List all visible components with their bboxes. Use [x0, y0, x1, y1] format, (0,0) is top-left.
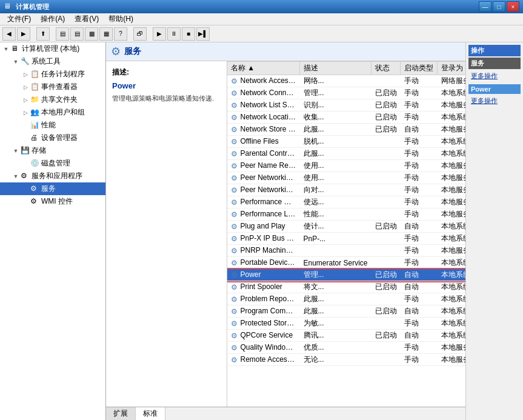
tree-shared-folders[interactable]: ▷ 📁 共享文件夹 — [0, 93, 105, 106]
col-starttype[interactable]: 启动类型 — [401, 62, 438, 75]
cell-name: ⚙Network Locatio... — [227, 112, 300, 124]
tree-system-tools[interactable]: ▼ 🔧 系统工具 — [0, 55, 105, 68]
table-row[interactable]: ⚙Network Access ...网络...手动网络服务 — [227, 75, 465, 87]
expander-svc — [21, 184, 30, 194]
forward-button[interactable]: ▶ — [17, 27, 30, 41]
maximize-button[interactable]: □ — [493, 1, 505, 12]
cell-name: ⚙Power — [227, 269, 300, 281]
expander-wmi — [21, 197, 30, 207]
service-list[interactable]: 名称 ▲ 描述 状态 启动类型 登录为 ⚙Network Access ...网… — [227, 61, 465, 407]
help-button[interactable]: ? — [114, 27, 127, 41]
table-row[interactable]: ⚙Problem Report...此服...手动本地系统 — [227, 293, 465, 305]
cell-status: 已启动 — [371, 124, 401, 136]
tree-event-label: 事件查看器 — [41, 82, 78, 92]
minimize-button[interactable]: — — [479, 1, 491, 12]
tree-task-scheduler[interactable]: ▷ 📋 任务计划程序 — [0, 68, 105, 81]
tree-perf-label: 性能 — [41, 120, 56, 130]
cell-status — [371, 184, 401, 196]
cell-logon: 网络服务 — [438, 75, 465, 87]
cell-desc: 为敏... — [300, 318, 371, 330]
table-row[interactable]: ⚙Protected Storage为敏...手动本地系统 — [227, 318, 465, 330]
table-row[interactable]: ⚙Network Store I...此服...已启动自动本地服务 — [227, 124, 465, 136]
table-row[interactable]: ⚙Offline Files脱机...手动本地系统 — [227, 136, 465, 148]
cell-starttype: 手动 — [401, 172, 438, 184]
expander-users: ▷ — [21, 108, 30, 118]
close-button[interactable]: × — [507, 1, 519, 12]
cell-starttype: 自动 — [401, 221, 438, 233]
table-row[interactable]: ⚙QPCore Service腾讯...已启动自动本地系统 — [227, 330, 465, 342]
col-name[interactable]: 名称 ▲ — [227, 62, 300, 75]
table-row[interactable]: ⚙Network Locatio...收集...已启动手动本地系统 — [227, 112, 465, 124]
tree-wmi[interactable]: ⚙ WMI 控件 — [0, 195, 105, 208]
restart-button[interactable]: ▶▌ — [196, 27, 210, 41]
cell-status — [371, 75, 401, 87]
menu-file[interactable]: 文件(F) — [2, 13, 36, 25]
title-bar: 🖥 计算机管理 — □ × — [0, 0, 523, 13]
event-icon: 📋 — [30, 82, 40, 92]
table-row[interactable]: ⚙Parental Controls此服...手动本地系统 — [227, 148, 465, 160]
tab-standard[interactable]: 标准 — [136, 407, 165, 420]
menu-help[interactable]: 帮助(H) — [104, 13, 138, 25]
cell-starttype: 手动 — [401, 233, 438, 245]
svcapp-icon: ⚙ — [21, 172, 30, 181]
btn2[interactable]: ▤ — [70, 27, 84, 41]
table-row[interactable]: ⚙Peer Name Res...使用...手动本地服务 — [227, 160, 465, 172]
tree-event-viewer[interactable]: ▷ 📋 事件查看器 — [0, 81, 105, 93]
table-row[interactable]: ⚙Network List Ser...识别...已启动手动本地服务 — [227, 99, 465, 112]
stop-button[interactable]: ■ — [182, 27, 195, 41]
cell-name: ⚙Performance Lo... — [227, 208, 300, 221]
tree-disk-label: 磁盘管理 — [41, 158, 70, 168]
table-row[interactable]: ⚙Print Spooler将文...已启动自动本地系统 — [227, 281, 465, 293]
middle-panel: ⚙ 服务 描述: Power 管理电源策略和电源策略通知传递. 名称 ▲ — [106, 42, 465, 420]
table-row[interactable]: ⚙Remote Access ...无论...手动本地服务 — [227, 354, 465, 366]
cell-status: 已启动 — [371, 99, 401, 112]
table-row[interactable]: ⚙Performance Co...使远...手动本地服务 — [227, 196, 465, 208]
pause-button[interactable]: ⏸ — [167, 27, 181, 41]
tree-device-manager[interactable]: 🖨 设备管理器 — [0, 132, 105, 144]
tree-storage[interactable]: ▼ 💾 存储 — [0, 144, 105, 157]
cell-logon: 本地服务 — [438, 208, 465, 221]
new-window-button[interactable]: 🗗 — [133, 27, 147, 41]
col-desc[interactable]: 描述 — [300, 62, 371, 75]
table-row[interactable]: ⚙Power管理...已启动自动本地系统 — [227, 269, 465, 281]
perf-icon: 📊 — [30, 121, 40, 130]
table-row[interactable]: ⚙Plug and Play使计...已启动自动本地系统 — [227, 221, 465, 233]
menu-view[interactable]: 查看(V) — [70, 13, 104, 25]
table-row[interactable]: ⚙Portable Device En...Enumerator Service… — [227, 257, 465, 269]
show-hide-button[interactable]: ▤ — [56, 27, 69, 41]
col-status[interactable]: 状态 — [371, 62, 401, 75]
expander-perf — [21, 121, 30, 130]
tree-svc-app[interactable]: ▼ ⚙ 服务和应用程序 — [0, 170, 105, 182]
table-row[interactable]: ⚙Peer Networkin...向对...手动本地服务 — [227, 184, 465, 196]
up-button[interactable]: ⬆ — [36, 27, 50, 41]
action-more-power[interactable]: 更多操作 — [468, 95, 521, 107]
tree-wmi-label: WMI 控件 — [41, 196, 73, 207]
cell-logon: 本地服务 — [438, 99, 465, 112]
cell-logon: 本地系统 — [438, 269, 465, 281]
back-button[interactable]: ◀ — [2, 27, 16, 41]
btn3[interactable]: ▩ — [85, 27, 98, 41]
expander-event: ▷ — [21, 82, 30, 92]
cell-starttype: 手动 — [401, 184, 438, 196]
action-more-services[interactable]: 更多操作 — [468, 70, 521, 82]
table-row[interactable]: ⚙Network Connec...管理...已启动手动本地系统 — [227, 87, 465, 99]
play-button[interactable]: ▶ — [153, 27, 166, 41]
tree-disk-mgmt[interactable]: 💿 磁盘管理 — [0, 157, 105, 170]
tree-local-users[interactable]: ▷ 👥 本地用户和组 — [0, 106, 105, 119]
btn4[interactable]: ▦ — [99, 27, 113, 41]
table-row[interactable]: ⚙Quality Windows...优质...手动本地服务 — [227, 342, 465, 354]
table-row[interactable]: ⚙PNRP Machine ...手动本地服务 — [227, 245, 465, 257]
table-row[interactable]: ⚙Peer Networkin...使用...手动本地服务 — [227, 172, 465, 184]
tree-performance[interactable]: 📊 性能 — [0, 119, 105, 132]
menu-action[interactable]: 操作(A) — [36, 13, 70, 25]
table-row[interactable]: ⚙PnP-X IP Bus En...PnP-...手动本地系统 — [227, 233, 465, 245]
cell-starttype: 手动 — [401, 257, 438, 269]
cell-logon: 本地系统 — [438, 233, 465, 245]
tab-expand[interactable]: 扩展 — [106, 407, 136, 420]
table-row[interactable]: ⚙Performance Lo...性能...手动本地服务 — [227, 208, 465, 221]
tree-services[interactable]: ⚙ 服务 — [0, 182, 105, 195]
left-panel: ▼ 🖥 计算机管理 (本地) ▼ 🔧 系统工具 ▷ 📋 任务计划程序 ▷ 📋 事… — [0, 42, 106, 420]
tree-root[interactable]: ▼ 🖥 计算机管理 (本地) — [0, 42, 105, 55]
col-logon[interactable]: 登录为 — [438, 62, 465, 75]
table-row[interactable]: ⚙Program Compa...此服...已启动自动本地系统 — [227, 305, 465, 318]
